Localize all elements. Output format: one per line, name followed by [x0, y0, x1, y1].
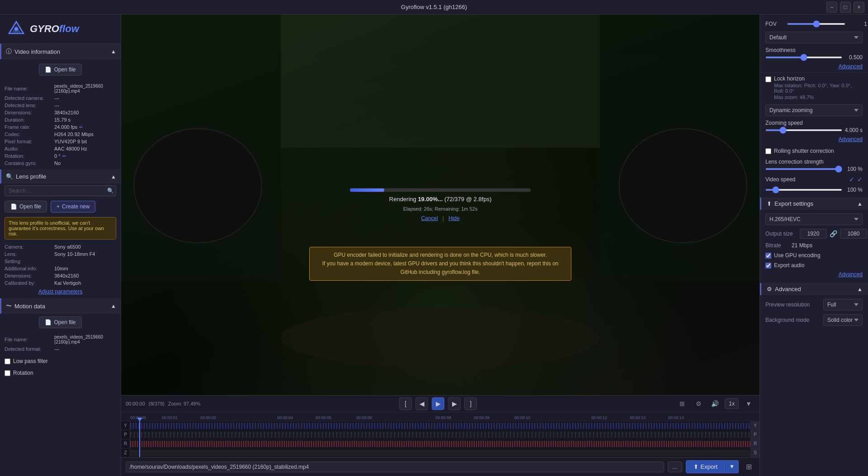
gpu-warning-box: GPU encoder failed to initialize and ren…: [309, 247, 571, 281]
video-speed-label: Video speed: [765, 176, 846, 183]
video-info-open-file-button[interactable]: 📄 Open file: [39, 64, 81, 75]
lens-search-row: 🔍: [0, 184, 121, 198]
bitrate-value: 21 Mbps: [792, 242, 812, 249]
motion-data-collapse-icon: ▲: [111, 303, 116, 309]
titlebar: Gyroflow v1.5.1 (gh1266) − □ ×: [0, 0, 868, 14]
hide-link[interactable]: Hide: [448, 215, 460, 222]
smoothness-row: Smoothness 0.500: [760, 45, 868, 62]
stabilize-icon[interactable]: ⊞: [676, 397, 689, 410]
smoothness-advanced-link[interactable]: Advanced: [760, 62, 868, 72]
bracket-left-btn[interactable]: [: [399, 397, 412, 410]
background-mode-dropdown[interactable]: Solid color Mirror Repeat: [823, 314, 863, 326]
motion-open-file-button[interactable]: 📄 Open file: [39, 316, 81, 328]
speed-button[interactable]: 1x: [725, 398, 739, 409]
framerate-edit-icon[interactable]: ✏: [79, 125, 83, 130]
preview-resolution-dropdown[interactable]: Full Half Quarter: [823, 299, 863, 311]
rotation-checkbox[interactable]: [5, 370, 10, 376]
right-track-r: R: [751, 439, 760, 448]
lens-profile-section-header[interactable]: 🔍 Lens profile ▲: [0, 170, 121, 184]
export-settings-section-header[interactable]: ⬆ Export settings ▲: [760, 198, 868, 210]
export-button[interactable]: ⬆ Export: [686, 460, 726, 473]
export-advanced-link[interactable]: Advanced: [760, 270, 868, 280]
dynamic-zooming-dropdown[interactable]: Dynamic zooming No zooming Static zoom: [765, 104, 863, 116]
lock-horizon-checkbox[interactable]: [765, 76, 771, 82]
close-button[interactable]: ×: [854, 2, 864, 13]
svg-point-2: [14, 27, 18, 31]
minimize-button[interactable]: −: [826, 2, 837, 13]
rolling-shutter-checkbox[interactable]: [765, 148, 771, 154]
low-pass-filter-checkbox[interactable]: [5, 358, 10, 364]
video-info-section-header[interactable]: ⓘ Video information ▲: [0, 44, 121, 59]
render-sub: Elapsed: 26s; Remaining: 1m 52s: [403, 206, 477, 212]
track-r-data: [130, 441, 750, 447]
export-audio-label: Export audio: [774, 262, 804, 269]
output-height-input[interactable]: [840, 229, 867, 239]
timeline-area[interactable]: 00:00:00 00:00:01 00:00:02 00:00:04 00:0…: [121, 412, 760, 457]
gpu-encoding-checkbox[interactable]: [765, 253, 771, 259]
zooming-advanced-link[interactable]: Advanced: [760, 135, 868, 145]
fov-label: FOV: [765, 21, 783, 27]
smoothness-slider[interactable]: [765, 57, 842, 58]
playhead: [139, 421, 140, 457]
restore-button[interactable]: □: [840, 2, 851, 13]
lock-horizon-max-zoom: Max zoom: 48.7%: [774, 94, 863, 100]
audio-icon[interactable]: 🔊: [708, 397, 721, 410]
render-links: Cancel | Hide: [421, 215, 459, 222]
export-settings-collapse-icon: ▲: [857, 201, 863, 207]
export-settings-icon[interactable]: ⊞: [742, 461, 755, 473]
timeline-ruler: 00:00:00 00:00:01 00:00:02 00:00:04 00:0…: [121, 412, 760, 421]
track-p-label: P: [121, 430, 130, 439]
bracket-right-btn[interactable]: ]: [464, 397, 477, 410]
export-format-dropdown[interactable]: H.265/HEVC H.264/AVC ProRes: [765, 213, 863, 225]
lens-create-icon: +: [57, 203, 60, 210]
rotation-row[interactable]: Rotation: [0, 367, 121, 379]
next-frame-btn[interactable]: ▶: [448, 397, 461, 410]
settings-icon[interactable]: ⚙: [692, 397, 705, 410]
advanced-section-collapse-icon: ▲: [857, 286, 863, 292]
motion-data-section-header[interactable]: 〜 Motion data ▲: [0, 298, 121, 314]
lens-profile-collapse-icon: ▲: [111, 174, 116, 180]
zooming-speed-slider[interactable]: [765, 129, 842, 131]
rolling-shutter-row: Rolling shutter correction: [760, 145, 868, 157]
low-pass-filter-row[interactable]: Low pass filter: [0, 355, 121, 367]
export-audio-checkbox[interactable]: [765, 263, 771, 269]
play-btn[interactable]: ▶: [432, 397, 444, 410]
right-track-p: P: [751, 430, 760, 439]
export-dropdown-button[interactable]: ▼: [725, 460, 739, 473]
render-detail: (72/379 @ 2.8fps): [444, 196, 491, 203]
cancel-link[interactable]: Cancel: [421, 215, 438, 222]
video-speed-check2: ✓: [857, 176, 863, 183]
lens-strength-slider[interactable]: [765, 168, 842, 170]
fov-value: 1: [849, 21, 867, 27]
info-row-lens: Detected lens: ---: [5, 102, 116, 109]
fov-slider[interactable]: [787, 23, 845, 25]
rotation-label: Rotation: [13, 370, 33, 376]
rotation-edit-icon[interactable]: ✏: [62, 154, 66, 159]
motion-icon: 〜: [6, 302, 12, 310]
chevron-down-icon[interactable]: ▼: [742, 397, 755, 410]
timeline-content: Y P R Z: [121, 421, 760, 457]
current-time: 00:00:00: [126, 401, 145, 406]
video-info-open-file-area: 📄 Open file: [0, 59, 121, 80]
output-size-row: Output size 🔗 ⚙: [760, 227, 868, 240]
video-info-label: Video information: [14, 48, 60, 55]
output-path-input[interactable]: [126, 462, 664, 472]
link-icon[interactable]: 🔗: [830, 230, 837, 237]
lens-search-input[interactable]: [5, 185, 116, 196]
output-width-input[interactable]: [800, 229, 827, 239]
adjust-parameters-link[interactable]: Adjust parameters: [33, 287, 88, 297]
lock-horizon-row: Lock horizon Max rotation: Pitch: 0.0°, …: [760, 72, 868, 103]
output-browse-button[interactable]: ...: [668, 462, 682, 472]
advanced-section-header[interactable]: ⚙ Advanced ▲: [760, 283, 868, 295]
prev-frame-btn[interactable]: ◀: [415, 397, 428, 410]
lens-correction-dropdown[interactable]: Default No correction Full correction: [765, 32, 863, 43]
lens-dimensions-row: Dimensions: 3840x2160: [5, 272, 116, 279]
export-format-row: H.265/HEVC H.264/AVC ProRes: [760, 212, 868, 227]
video-speed-slider[interactable]: [765, 189, 842, 191]
lens-strength-row: Lens correction strength 100 %: [760, 157, 868, 174]
lens-open-file-button[interactable]: 📄 Open file: [5, 201, 47, 212]
lens-create-new-button[interactable]: + Create new: [51, 201, 95, 212]
gyroflow-logo-icon: [7, 20, 25, 38]
main-layout: GYROflow ⓘ Video information ▲ 📄 Open fi…: [0, 14, 868, 476]
window-controls: − □ ×: [826, 2, 864, 13]
